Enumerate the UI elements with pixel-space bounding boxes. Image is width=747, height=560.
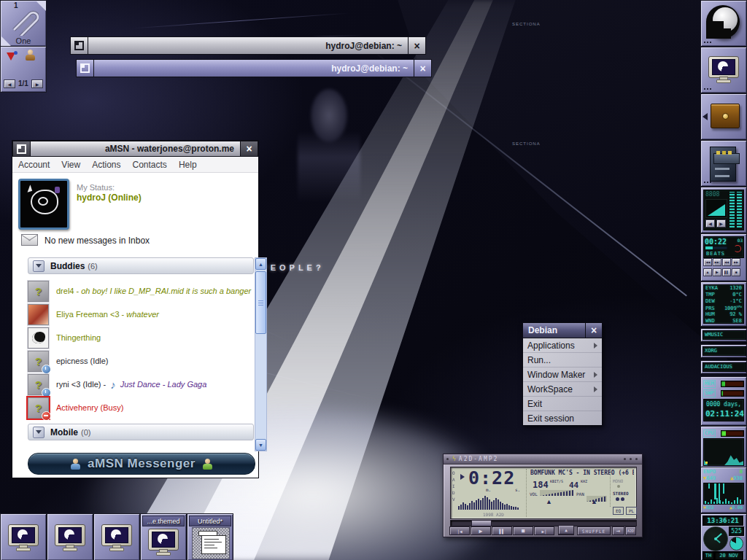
play-button[interactable]: ▶ [471,526,491,535]
dock-tile-mixer[interactable]: 8808 ◀ ▶ [700,187,747,233]
spectrum-analyzer[interactable] [458,494,522,510]
mixer-next-button[interactable]: ▶ [716,219,726,228]
scroll-up-button[interactable]: ▲ [255,258,266,270]
xmms-clutterbar[interactable]: OAIDV [452,470,457,502]
equalizer-button[interactable]: EQ [613,507,624,515]
wmusic-play-button[interactable]: ▶ [713,268,721,276]
buddy-row-ryni[interactable]: ? ryni <3 (Idle) - ♪ Just Dance - Lady G… [28,373,252,396]
debian-menu-close-button[interactable]: × [585,323,602,338]
playlist-button[interactable]: PL [626,507,637,515]
menu-item-exit[interactable]: Exit [523,397,602,411]
wmusic-eject-button[interactable]: ▲ [703,268,712,276]
menu-view[interactable]: View [61,160,80,170]
terminal-1-close-button[interactable]: × [408,37,425,54]
volume-slider[interactable] [540,490,573,496]
shuffle-button[interactable]: SHUFFLE [577,526,611,535]
amsn-titlebar[interactable]: aMSN - waterjones@proton.me × [12,141,258,157]
dock-strip-wmusic[interactable]: WMUSIC [700,328,747,342]
buddy-row-drel4[interactable]: ? drel4 - oh boy! I like D_MP_RAI.mid it… [28,279,252,303]
dock-tile-terminal[interactable] [700,47,747,93]
terminal-window-2-titlebar[interactable]: hydroJ@debian: ~ × [76,59,432,77]
miniwindow-terminal-2[interactable] [47,513,93,560]
mixer-volume-wedge[interactable] [705,199,727,218]
mixer-prev-button[interactable]: ◀ [705,219,715,228]
menu-item-workspace[interactable]: WorkSpace [523,382,602,397]
buddy-list-scrollbar[interactable]: ▲ ▼ [255,257,267,451]
seek-slider-knob[interactable] [471,520,492,526]
my-avatar[interactable] [18,179,69,230]
xmms-track-title[interactable]: BOMFUNK MC'S - IN STEREO (+6 B [530,470,634,476]
repeat-button[interactable]: → [612,526,624,535]
dock-tile-clock[interactable]: 13:36:21 525 TH 20 NOV [700,513,747,560]
buddy-row-epicness[interactable]: ? epicness (Idle) [28,349,252,373]
wmusic-prev-button[interactable]: |◀◀ [703,258,712,266]
stop-button[interactable]: ■ [513,526,533,535]
dock-strip-xorg[interactable]: XORG [700,344,747,358]
collapse-button[interactable] [33,427,44,438]
group-header-mobile[interactable]: Mobile (0) [28,424,254,440]
menu-help[interactable]: Help [179,160,197,170]
skin-brand-button[interactable]: A2D [625,526,636,535]
menu-item-window-maker[interactable]: Window Maker [523,368,602,382]
amsn-messenger-button[interactable]: aMSN Messenger [28,453,255,475]
buddy-name: epicness (Idle) [56,357,109,365]
my-status-value[interactable]: hydroJ (Online) [77,192,142,203]
miniwindow-untitled[interactable]: Untitled* [187,513,233,560]
scroll-thumb[interactable] [255,271,266,334]
pan-knob-icon[interactable]: ▲ [591,498,597,505]
wmusic-next-button[interactable]: ▶▶| [713,258,721,266]
xmms-titlebar[interactable]: ϟ A2D-AMP2 [444,454,642,464]
miniwindow-themed[interactable]: ...e.themed [140,513,187,560]
workspace-pager[interactable]: 1 One [0,0,47,47]
amsn-minimize-button[interactable] [13,141,31,156]
menu-contacts[interactable]: Contacts [133,160,167,170]
dock-tile-file-cabinet[interactable] [700,140,747,187]
dock-tile-gnustep[interactable] [700,0,747,47]
dock-tile-weather[interactable]: EYKA1320 TMP0°C DEW-1°C PRS1009hPa HUM92… [700,281,747,327]
menu-item-exit-session[interactable]: Exit session [523,411,602,425]
terminal-1-minimize-button[interactable] [71,37,88,54]
previous-button[interactable]: |◀ [449,526,470,535]
terminal-window-1-titlebar[interactable]: hydroJ@debian: ~ × [70,36,426,55]
wmusic-progress[interactable] [705,246,727,249]
xmms-menu-dot[interactable] [446,458,449,460]
inbox-message[interactable]: No new messages in Inbox [44,236,150,246]
eject-button[interactable]: ▲ [558,525,574,535]
menu-item-run[interactable]: Run... [523,353,602,368]
pager-prev-button[interactable]: ◀ [4,79,15,88]
terminal-2-minimize-button[interactable] [77,60,94,77]
buddy-row-eliya[interactable]: Eliya Freeman <3 - whatever [28,303,252,326]
app-pager-tile[interactable]: ◀ 1/1 ▶ [0,46,47,93]
miniwindow-terminal-1[interactable] [0,513,47,560]
xmms-time[interactable]: 0:22 [468,467,515,489]
wmusic-stop-button[interactable]: ■ [732,268,740,276]
terminal-2-close-button[interactable]: × [414,60,431,77]
wmusic-ffwd-button[interactable]: ▶▶ [732,258,740,266]
next-button[interactable]: ▶| [534,526,554,535]
group-header-buddies[interactable]: Buddies (6) [28,257,254,274]
miniwindow-terminal-3[interactable] [93,513,140,560]
dock-tile-cpu[interactable]: CPU [700,426,747,468]
xmms-titlebar-buttons[interactable] [624,458,638,460]
menu-actions[interactable]: Actions [92,160,120,170]
volume-knob-icon[interactable]: ▲ [546,498,552,505]
drawer-arrow-icon[interactable] [703,113,708,120]
wmusic-rewind-button[interactable]: ◀◀ [722,258,731,266]
pager-next-button[interactable]: ▶ [31,79,43,88]
dock-tile-wmusic[interactable]: 00:22 03 BEATS |◀◀ ▶▶| ◀◀ ▶▶ ▲ ▶ ▌▌ ■ [700,233,747,281]
dock-strip-audacious[interactable]: AUDACIOUS [700,360,747,374]
seek-slider-track[interactable] [450,520,637,526]
amsn-close-button[interactable]: × [240,141,258,156]
menu-account[interactable]: Account [18,160,50,170]
pause-button[interactable]: ▌▌ [492,526,512,535]
buddy-row-thingerthing[interactable]: Thingerthing [28,326,252,349]
buddy-row-activehenry[interactable]: ? Activehenry (Busy) [28,396,252,419]
wmusic-pause-button[interactable]: ▌▌ [722,268,731,276]
dock-tile-sysmon[interactable]: MEM SWP 0000 days, 02:11:24 [700,376,747,426]
collapse-button[interactable] [33,260,44,272]
dock-tile-drawer[interactable] [700,93,747,140]
dock-tile-network[interactable]: ENPO 8 ▼649 ▲938 ▼823 ▲0.00 [700,467,747,513]
scroll-down-button[interactable]: ▼ [255,439,266,451]
menu-item-applications[interactable]: Applications [523,338,602,353]
debian-menu-titlebar[interactable]: Debian × [523,323,602,338]
